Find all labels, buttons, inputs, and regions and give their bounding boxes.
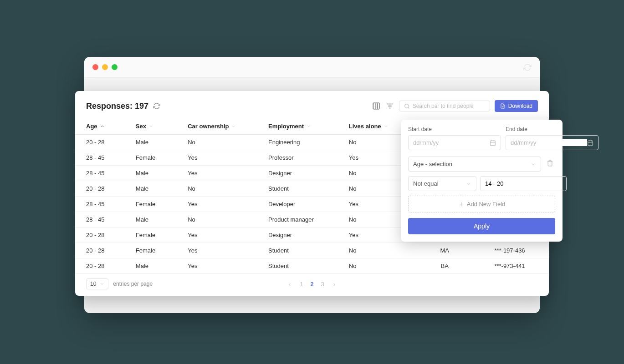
table-cell: 20 - 28: [75, 228, 132, 243]
column-label: Car ownership: [188, 123, 229, 130]
download-icon: [500, 103, 506, 109]
filter-value-input[interactable]: [480, 176, 567, 191]
chevron-down-icon: [384, 124, 389, 129]
plus-icon: [458, 201, 464, 207]
search-input[interactable]: [413, 103, 485, 109]
column-header[interactable]: Age: [75, 118, 132, 135]
table-cell: 20 - 28: [75, 258, 132, 274]
table-cell: Female: [132, 228, 184, 243]
minimize-window-button[interactable]: [102, 64, 108, 70]
table-cell: Male: [132, 181, 184, 197]
table-cell: ***-973-441: [478, 258, 549, 274]
end-date-label: End date: [506, 126, 598, 132]
card-header: Responses: 197 Download: [75, 100, 549, 118]
table-cell: 28 - 45: [75, 212, 132, 228]
table-cell: Male: [132, 135, 184, 150]
calendar-icon: [490, 140, 496, 146]
maximize-window-button[interactable]: [112, 64, 118, 70]
window-titlebar: [84, 57, 540, 77]
download-label: Download: [508, 103, 532, 109]
pagination: ‹ 123 ›: [287, 279, 337, 289]
chevron-down-icon: [466, 181, 471, 187]
start-date-input[interactable]: [408, 135, 501, 150]
svg-rect-13: [588, 141, 593, 146]
end-date-input[interactable]: [506, 135, 598, 150]
download-button[interactable]: Download: [495, 100, 538, 112]
page-number[interactable]: 1: [298, 280, 305, 288]
table-cell: Student: [265, 258, 345, 274]
delete-filter-button[interactable]: [545, 158, 555, 170]
filter-field-row: Age - selection: [408, 157, 555, 172]
sort-asc-icon: [100, 124, 105, 129]
search-bar[interactable]: [399, 101, 490, 111]
date-range-row: Start date End date: [408, 126, 555, 150]
chevron-down-icon: [531, 162, 536, 167]
svg-rect-9: [491, 141, 496, 146]
table-cell: Designer: [265, 166, 345, 181]
table-cell: 28 - 45: [75, 166, 132, 181]
table-cell: Developer: [265, 197, 345, 212]
column-header[interactable]: Car ownership: [184, 118, 265, 135]
filter-operator-select[interactable]: Not equal: [408, 176, 476, 191]
filter-operator-row: Not equal: [408, 176, 555, 191]
filter-value-field[interactable]: [485, 180, 562, 187]
table-cell: BA: [411, 258, 478, 274]
table-cell: Male: [132, 258, 184, 274]
page-next[interactable]: ›: [332, 280, 337, 288]
svg-point-6: [404, 104, 409, 108]
column-label: Lives alone: [349, 123, 381, 130]
chevron-down-icon: [306, 124, 311, 129]
table-cell: Yes: [184, 166, 265, 181]
table-cell: Student: [265, 181, 345, 197]
refresh-icon[interactable]: [153, 102, 160, 110]
table-footer: 10 entries per page ‹ 123 ›: [75, 274, 549, 289]
table-cell: Engineering: [265, 135, 345, 150]
table-cell: 20 - 28: [75, 181, 132, 197]
loading-icon: [523, 63, 532, 71]
filter-icon[interactable]: [385, 101, 394, 111]
table-cell: Male: [132, 212, 184, 228]
table-cell: Female: [132, 150, 184, 166]
filter-operator-value: Not equal: [413, 180, 439, 187]
browser-toolbar: [84, 77, 540, 90]
traffic-lights: [92, 64, 118, 70]
filter-field-select[interactable]: Age - selection: [408, 157, 541, 172]
page-prev[interactable]: ‹: [287, 280, 292, 288]
calendar-icon: [587, 140, 593, 146]
header-actions: Download: [372, 100, 538, 112]
search-icon: [404, 103, 410, 109]
apply-filter-button[interactable]: Apply: [408, 218, 555, 234]
table-cell: Female: [132, 243, 184, 258]
column-label: Age: [86, 123, 97, 130]
close-window-button[interactable]: [92, 64, 98, 70]
entries-per-page-select[interactable]: 10: [86, 278, 108, 289]
table-cell: No: [184, 135, 265, 150]
filter-field-value: Age - selection: [413, 161, 452, 167]
columns-icon[interactable]: [372, 101, 381, 111]
start-date-field[interactable]: [413, 139, 490, 146]
table-cell: No: [184, 212, 265, 228]
column-label: Employment: [268, 123, 304, 130]
add-field-label: Add New Field: [467, 201, 506, 207]
table-cell: Yes: [184, 228, 265, 243]
table-cell: 28 - 45: [75, 150, 132, 166]
page-number[interactable]: 2: [308, 280, 315, 288]
chevron-down-icon: [148, 124, 153, 129]
table-cell: No: [345, 258, 412, 274]
table-cell: 28 - 45: [75, 197, 132, 212]
table-row[interactable]: 20 - 28FemaleYesStudentNoMA***-197-436: [75, 243, 549, 258]
table-row[interactable]: 20 - 28MaleYesStudentNoBA***-973-441: [75, 258, 549, 274]
trash-icon: [547, 160, 553, 167]
end-date-field[interactable]: [511, 139, 587, 146]
table-cell: Yes: [184, 150, 265, 166]
table-cell: 20 - 28: [75, 135, 132, 150]
table-cell: Designer: [265, 228, 345, 243]
column-label: Sex: [136, 123, 146, 130]
table-cell: Female: [132, 197, 184, 212]
add-filter-field-button[interactable]: Add New Field: [408, 196, 555, 212]
column-header[interactable]: Sex: [132, 118, 184, 135]
column-header[interactable]: Employment: [265, 118, 345, 135]
page-number[interactable]: 3: [319, 280, 326, 288]
table-cell: Student: [265, 243, 345, 258]
filter-panel: Start date End date Age - selection Not …: [401, 120, 563, 242]
